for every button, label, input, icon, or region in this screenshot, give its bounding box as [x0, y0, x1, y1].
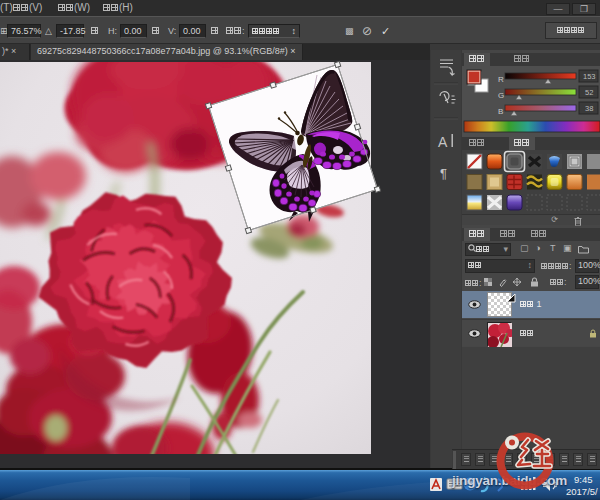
svg-text:G: G [498, 91, 504, 100]
svg-text:153: 153 [583, 72, 596, 81]
svg-text:A: A [438, 134, 448, 150]
svg-text:R: R [498, 75, 504, 84]
svg-text:9:45: 9:45 [574, 474, 593, 485]
svg-text:52: 52 [585, 88, 593, 97]
svg-text:38: 38 [585, 104, 593, 113]
svg-text:B: B [498, 107, 503, 116]
svg-text:2017/5/: 2017/5/ [566, 486, 598, 497]
svg-text:¶: ¶ [440, 166, 447, 181]
